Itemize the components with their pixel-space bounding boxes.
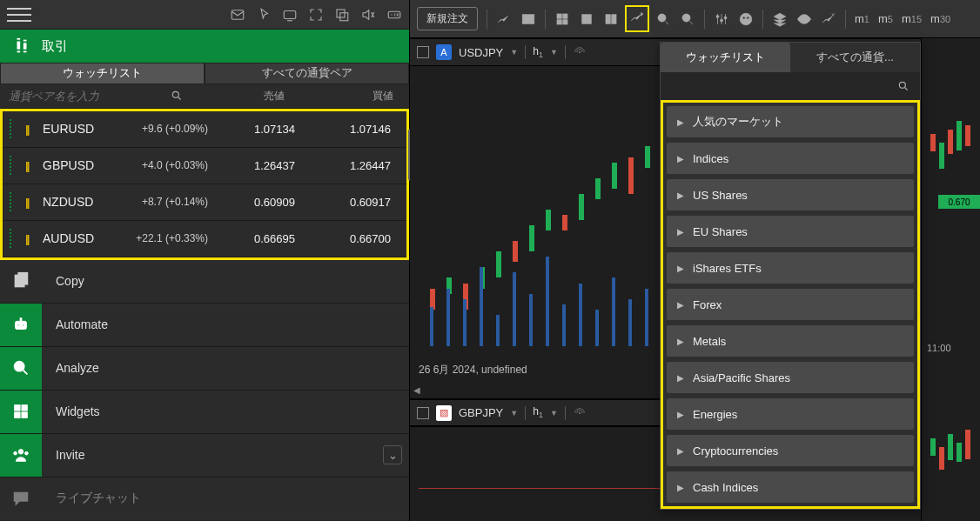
pair-sell[interactable]: 0.66695 [208,232,304,245]
market-popup: ウォッチリスト すべての通貨... ▶人気のマーケット ▶Indices ▶US… [660,42,921,510]
drag-handle-icon[interactable] [10,229,18,248]
drag-handle-icon[interactable] [10,119,18,138]
chevron-down-icon[interactable]: ▼ [550,409,558,417]
svg-rect-30 [563,19,567,23]
svg-rect-32 [606,14,610,23]
menu-icon[interactable] [7,3,31,27]
category-item[interactable]: ▶Energies [667,398,914,430]
fullscreen-icon[interactable] [308,7,324,23]
pause-icon: || [25,232,36,245]
svg-point-45 [899,82,905,88]
category-item[interactable]: ▶iShares ETFs [667,252,914,284]
pair-search-input[interactable] [9,90,171,103]
mail-icon[interactable] [230,7,245,23]
split-icon[interactable] [603,11,619,27]
menu-automate[interactable]: Automate [0,304,409,347]
category-item[interactable]: ▶人気のマーケット [667,106,914,137]
category-item[interactable]: ▶Cash Indices [667,471,914,503]
timeframe-m15[interactable]: m15 [902,12,922,25]
scroll-left-icon[interactable]: ◀ [413,385,420,395]
indicators-icon[interactable] [714,11,729,27]
pair-row-audusd[interactable]: || AUDUSD +22.1 (+0.33%) 0.66695 0.66700 [3,221,406,257]
chart-line-icon[interactable] [496,11,512,27]
menu-invite[interactable]: Invite ⌄ [0,434,409,478]
category-item[interactable]: ▶US Shares [667,179,914,210]
grid4-icon[interactable] [554,11,570,27]
zoom-icon[interactable] [680,11,695,27]
menu-copy[interactable]: Copy [0,260,409,304]
single-icon[interactable] [579,11,594,27]
chevron-down-icon[interactable]: ▼ [510,48,518,57]
separator [525,45,526,59]
frame-icon[interactable] [417,46,429,58]
frame-icon[interactable] [417,407,429,419]
pair-row-nzdusd[interactable]: || NZDUSD +8.7 (+0.14%) 0.60909 0.60917 [3,184,406,221]
chart-symbol[interactable]: GBPJPY [459,406,503,419]
category-item[interactable]: ▶Indices [667,143,914,174]
category-item[interactable]: ▶Asia/Pacific Shares [667,362,914,393]
tab-watchlist[interactable]: ウォッチリスト [0,63,205,84]
svg-point-25 [25,452,29,456]
topbar-icon-group [230,7,402,23]
chevron-down-icon[interactable]: ▼ [550,48,558,57]
drag-handle-icon[interactable] [10,192,18,211]
category-item[interactable]: ▶Forex [667,289,914,320]
pair-buy[interactable]: 0.66700 [304,232,399,245]
search-icon[interactable] [897,80,910,92]
timeframe-label[interactable]: h1 [533,405,543,419]
category-item[interactable]: ▶Cryptocurrencies [667,435,914,466]
sound-icon[interactable] [360,7,376,23]
pair-sell[interactable]: 1.26437 [208,159,304,172]
pair-symbol: GBPUSD [43,158,112,172]
chevron-down-icon[interactable]: ⌄ [383,445,402,464]
pair-buy[interactable]: 1.26447 [304,159,399,172]
chart-x-icon[interactable] [821,11,836,27]
tab-all-pairs[interactable]: すべての通貨ペア [205,63,409,84]
chevron-down-icon[interactable]: ▼ [510,409,518,417]
chart-toggle-icon [629,10,645,25]
side-menu: Copy Automate Analyze Widgets Invite ⌄ [0,260,409,521]
share-icon[interactable] [738,11,754,27]
timeframe-label[interactable]: h1 [533,45,543,59]
timeframe-m5[interactable]: m5 [878,12,893,25]
tv-icon[interactable] [282,7,298,23]
pair-row-eurusd[interactable]: || EURUSD +9.6 (+0.09%) 1.07134 1.07146 [3,111,406,148]
signal-icon[interactable] [573,406,587,420]
menu-widgets[interactable]: Widgets [0,391,409,434]
popup-tab-all[interactable]: すべての通貨... [790,43,920,72]
pair-row-gbpusd[interactable]: || GBPUSD +4.0 (+0.03%) 1.26437 1.26447 [3,148,406,184]
svg-rect-29 [557,19,561,23]
layers-icon[interactable] [772,11,788,27]
chat-icon [0,478,42,520]
menu-analyze[interactable]: Analyze [0,347,409,391]
highlighted-tool[interactable] [625,5,649,32]
category-item[interactable]: ▶EU Shares [667,216,914,247]
pair-sell[interactable]: 1.07134 [208,123,304,136]
category-item[interactable]: ▶Metals [667,325,914,357]
zoom-minus-icon[interactable] [655,11,671,27]
pair-buy[interactable]: 0.60917 [304,196,399,209]
search-icon[interactable] [171,90,183,102]
popup-tab-watchlist[interactable]: ウォッチリスト [661,43,790,72]
pair-search[interactable] [0,90,191,103]
timeframe-m1[interactable]: m1 [855,12,869,25]
svg-rect-14 [16,322,27,330]
drag-handle-icon[interactable] [10,156,18,175]
pair-buy[interactable]: 1.07146 [304,123,399,136]
windows-icon[interactable] [334,7,350,23]
chart-symbol[interactable]: USDJPY [459,46,503,59]
right-chart-strip: 0.670 11:00 [921,38,980,521]
panel-icon[interactable] [520,11,536,27]
pointer-icon[interactable] [256,7,272,23]
pair-sell[interactable]: 0.60909 [208,196,304,209]
new-order-button[interactable]: 新規注文 [417,7,478,30]
eye-icon[interactable] [796,11,812,27]
header-sell: 売値 [191,89,300,104]
copy-icon [0,260,42,303]
popup-search[interactable] [661,72,920,100]
lang-icon[interactable] [386,7,402,23]
signal-icon[interactable] [573,45,587,59]
svg-point-11 [172,92,178,98]
timeframe-m30[interactable]: m30 [930,12,950,25]
menu-livechat[interactable]: ライブチャット [0,478,409,521]
